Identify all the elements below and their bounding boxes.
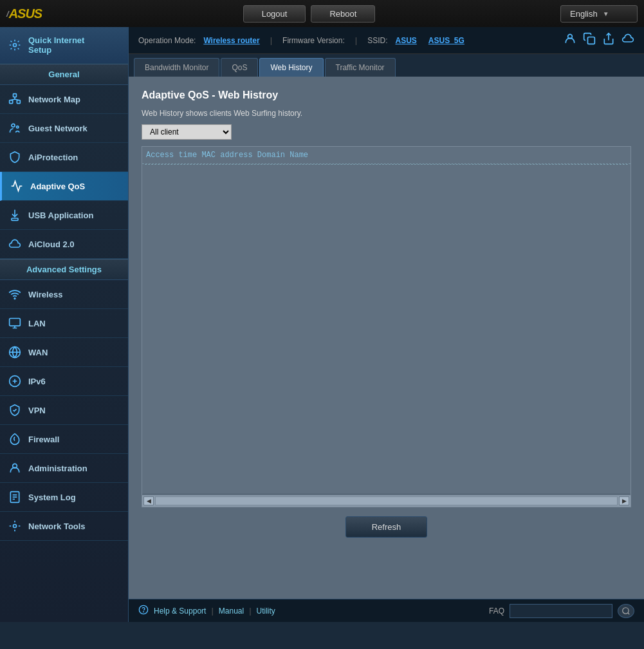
sidebar-item-guest-network[interactable]: Guest Network [0,114,128,143]
top-bar: / ASUS Logout Reboot English ▼ [0,0,644,27]
quick-internet-setup[interactable]: Quick InternetSetup [0,27,128,64]
guest-network-icon [8,121,22,135]
operation-mode-value: Wireless router [203,36,259,45]
network-map-icon [8,92,22,106]
sidebar-label-lan: LAN [28,319,46,328]
sidebar-item-wan[interactable]: WAN [0,338,128,367]
log-textarea[interactable] [142,165,630,493]
administration-icon [8,461,22,475]
ssid-value2: ASUS_5G [428,36,465,45]
operation-mode-label: Operation Mode: [138,36,196,45]
sidebar-item-system-log[interactable]: System Log [0,483,128,512]
svg-line-24 [628,612,630,614]
faq-section: FAQ [489,604,634,618]
info-bar: Operation Mode: Wireless router | Firmwa… [129,27,644,54]
ssid-value1: ASUS [395,36,416,45]
system-log-icon [8,490,22,504]
manual-link[interactable]: Manual [219,607,244,616]
refresh-section: Refresh [142,507,631,547]
log-header: Access time MAC address Domain Name [142,147,630,164]
help-support-link[interactable]: Help & Support [154,607,206,616]
sidebar-label-usb-application: USB Application [28,211,93,220]
sidebar-section-general: General [0,64,128,85]
utility-link[interactable]: Utility [257,607,275,616]
svg-rect-3 [17,100,20,104]
tab-qos[interactable]: QoS [221,58,258,77]
sidebar-label-wan: WAN [28,348,48,357]
log-container: Access time MAC address Domain Name ◀ ▶ [142,146,631,507]
svg-point-7 [14,298,15,299]
horizontal-scrollbar[interactable]: ◀ ▶ [142,495,630,507]
scroll-track-inner[interactable] [155,496,618,505]
sidebar-item-wireless[interactable]: Wireless [0,280,128,309]
firmware-label: Firmware Version: [282,36,345,45]
wan-icon [8,345,22,359]
language-selector[interactable]: English ▼ [560,5,638,23]
aiprotection-icon [8,150,22,164]
adaptive-qos-icon [10,179,24,193]
sidebar-item-network-map[interactable]: Network Map [0,85,128,114]
sidebar-label-aiprotection: AiProtection [28,153,78,162]
copy-icon [583,32,596,48]
sidebar-label-firewall: Firewall [28,435,59,444]
svg-point-4 [12,124,15,127]
sidebar-label-aicloud: AiCloud 2.0 [28,240,75,249]
sidebar-item-network-tools[interactable]: Network Tools [0,512,128,541]
svg-point-5 [17,126,19,128]
wireless-icon [8,287,22,301]
scroll-left-arrow[interactable]: ◀ [143,496,154,505]
asus-logo: / ASUS [6,3,58,24]
svg-rect-8 [10,319,21,326]
reboot-button[interactable]: Reboot [311,5,375,23]
sidebar-item-ipv6[interactable]: IPv6 [0,367,128,396]
page-title: Adaptive QoS - Web Histroy [142,89,631,101]
ipv6-icon [8,374,22,388]
client-select[interactable]: All client [142,124,232,140]
svg-point-17 [14,525,17,528]
sidebar-section-advanced: Advanced Settings [0,259,128,280]
tab-bar: Bandwidth Monitor QoS Web History Traffi… [129,54,644,77]
page-description: Web History shows clients Web Surfing hi… [142,109,631,118]
user-icon [564,32,576,48]
svg-point-22 [143,612,144,612]
tab-web-history[interactable]: Web History [259,58,323,77]
chevron-down-icon: ▼ [603,10,609,17]
tab-bandwidth-monitor[interactable]: Bandwidth Monitor [134,58,219,77]
faq-search-button[interactable] [618,604,634,618]
svg-rect-1 [10,100,13,104]
lan-icon [8,316,22,330]
cloud-icon [621,32,634,48]
svg-point-0 [14,44,17,47]
svg-rect-2 [14,94,17,97]
firewall-icon [8,432,22,446]
sidebar-label-administration: Administration [28,464,87,473]
sidebar-item-vpn[interactable]: VPN [0,396,128,425]
sidebar-label-vpn: VPN [28,406,46,415]
ssid-label: SSID: [367,36,387,45]
sidebar-item-aiprotection[interactable]: AiProtection [0,143,128,172]
refresh-button[interactable]: Refresh [345,516,428,538]
sidebar-item-firewall[interactable]: Firewall [0,425,128,454]
sidebar-label-network-map: Network Map [28,95,80,104]
logout-button[interactable]: Logout [243,5,306,23]
faq-search-input[interactable] [510,604,612,618]
page-body: Adaptive QoS - Web Histroy Web History s… [129,77,644,599]
faq-label: FAQ [489,607,504,616]
info-icons [564,32,634,48]
scroll-right-arrow[interactable]: ▶ [619,496,629,505]
help-icon [138,605,149,617]
sidebar-item-aicloud[interactable]: AiCloud 2.0 [0,230,128,259]
sidebar-item-adaptive-qos[interactable]: Adaptive QoS [0,172,128,201]
share-icon [602,32,615,48]
sidebar-item-lan[interactable]: LAN [0,309,128,338]
tab-traffic-monitor[interactable]: Traffic Monitor [325,58,396,77]
quick-setup-label: Quick InternetSetup [28,35,84,55]
sidebar-label-network-tools: Network Tools [28,522,86,531]
sidebar-label-adaptive-qos: Adaptive QoS [30,182,85,191]
svg-rect-6 [12,218,18,220]
sidebar-label-ipv6: IPv6 [28,377,46,386]
bottom-bar: Help & Support | Manual | Utility FAQ [129,599,644,622]
sidebar-item-usb-application[interactable]: USB Application [0,201,128,230]
sidebar-item-administration[interactable]: Administration [0,454,128,483]
vpn-icon [8,403,22,417]
